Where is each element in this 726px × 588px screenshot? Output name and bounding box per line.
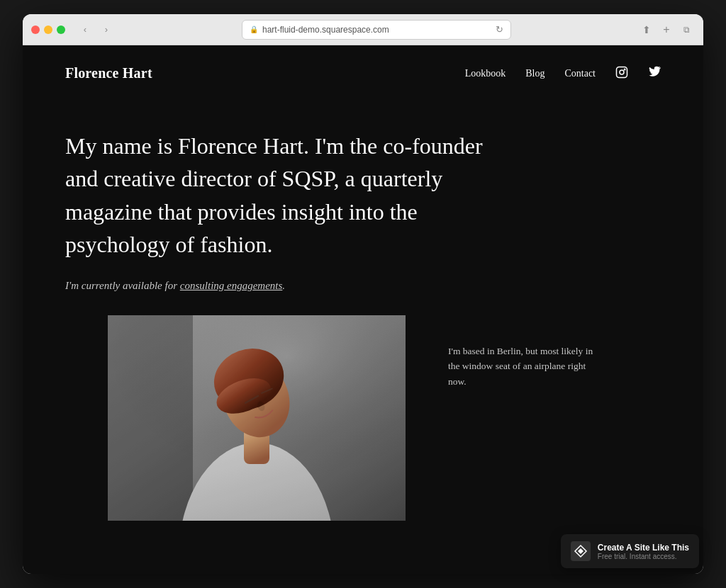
badge-title: Create A Site Like This — [598, 543, 689, 553]
badge-text: Create A Site Like This Free trial. Inst… — [598, 543, 689, 560]
bottom-section: I'm based in Berlin, but most likely in … — [65, 315, 661, 521]
traffic-lights — [31, 26, 65, 34]
photo-container — [108, 315, 406, 521]
nav-contact[interactable]: Contact — [564, 68, 596, 79]
instagram-icon[interactable] — [615, 66, 628, 81]
photo-placeholder — [108, 315, 406, 521]
svg-point-2 — [624, 69, 625, 70]
address-bar[interactable]: 🔒 hart-fluid-demo.squarespace.com ↻ — [242, 20, 511, 40]
hero-subtext: I'm currently available for consulting e… — [65, 277, 519, 294]
site-main: My name is Florence Hart. I'm the co-fou… — [23, 101, 703, 574]
close-button[interactable] — [31, 26, 40, 34]
tabs-button[interactable]: ⧉ — [678, 21, 695, 38]
nav-links: Lookbook Blog Contact — [465, 66, 661, 81]
svg-rect-0 — [617, 67, 627, 78]
website-content: Florence Hart Lookbook Blog Contact — [23, 45, 703, 574]
hero-heading: My name is Florence Hart. I'm the co-fou… — [65, 130, 519, 261]
svg-point-1 — [620, 70, 624, 74]
hero-section: My name is Florence Hart. I'm the co-fou… — [65, 130, 519, 294]
badge-subtitle: Free trial. Instant access. — [598, 553, 689, 560]
forward-button[interactable]: › — [98, 21, 115, 38]
maximize-button[interactable] — [57, 26, 65, 34]
url-text: hart-fluid-demo.squarespace.com — [262, 25, 389, 35]
share-button[interactable]: ⬆ — [638, 21, 655, 38]
subtext-suffix: . — [282, 280, 285, 291]
browser-titlebar: ‹ › 🔒 hart-fluid-demo.squarespace.com ↻ … — [23, 14, 703, 45]
photo-svg — [108, 315, 406, 521]
lock-icon: 🔒 — [250, 26, 258, 33]
subtext-prefix: I'm currently available for — [65, 280, 180, 291]
nav-blog[interactable]: Blog — [525, 68, 544, 79]
minimize-button[interactable] — [44, 26, 52, 34]
site-navigation: Florence Hart Lookbook Blog Contact — [23, 45, 703, 101]
nav-lookbook[interactable]: Lookbook — [465, 68, 506, 79]
back-button[interactable]: ‹ — [77, 21, 94, 38]
consulting-link[interactable]: consulting engagements — [180, 280, 283, 291]
browser-controls: ‹ › — [77, 21, 115, 38]
squarespace-logo-icon — [571, 541, 591, 561]
reload-icon[interactable]: ↻ — [496, 24, 503, 35]
twitter-icon[interactable] — [648, 66, 661, 81]
browser-window: ‹ › 🔒 hart-fluid-demo.squarespace.com ↻ … — [23, 14, 703, 574]
location-text: I'm based in Berlin, but most likely in … — [448, 344, 604, 390]
site-logo[interactable]: Florence Hart — [65, 65, 152, 81]
browser-right-controls: ⬆ + ⧉ — [638, 21, 695, 38]
squarespace-badge[interactable]: Create A Site Like This Free trial. Inst… — [561, 534, 699, 568]
address-bar-container: 🔒 hart-fluid-demo.squarespace.com ↻ — [121, 20, 632, 40]
svg-rect-15 — [108, 315, 406, 521]
new-tab-button[interactable]: + — [658, 21, 675, 38]
